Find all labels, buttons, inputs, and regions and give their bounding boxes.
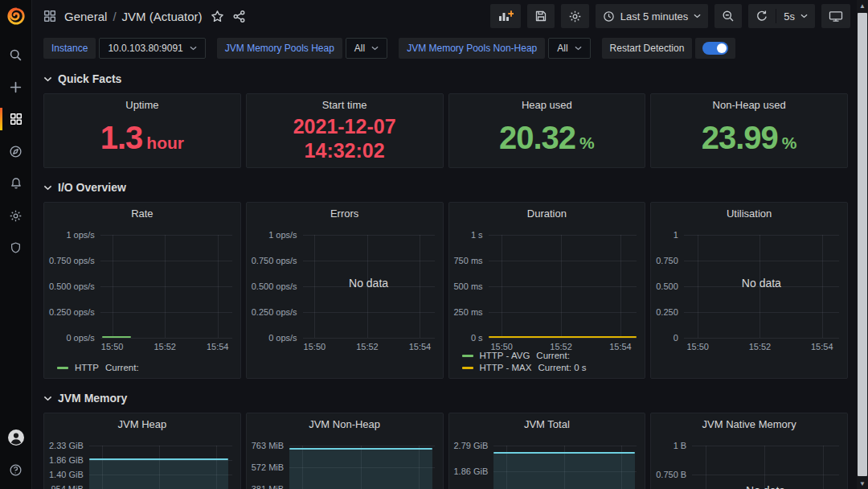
- share-icon[interactable]: [232, 10, 246, 23]
- y-tick-label: 0: [674, 333, 678, 343]
- scrollbar[interactable]: ▲ ▼: [857, 0, 868, 489]
- gridline: [764, 446, 765, 489]
- panel-jvm-non-heap: JVM Non-Heap763 MiB763 MiB572 MiB381 MiB: [246, 413, 444, 489]
- refresh-interval-dropdown[interactable]: 5s: [776, 4, 815, 28]
- y-tick-label: 1.86 GiB: [49, 455, 84, 465]
- sidebar-item-create[interactable]: [0, 71, 32, 103]
- panel-title[interactable]: Start time: [247, 94, 443, 115]
- sidebar-item-profile[interactable]: [0, 421, 32, 454]
- sidebar-item-configuration[interactable]: [0, 199, 32, 232]
- legend-item: HTTPCurrent:: [57, 363, 240, 372]
- sidebar-item-alerting[interactable]: [0, 167, 32, 199]
- gridline: [420, 235, 420, 338]
- gridline: [684, 235, 839, 236]
- variable-value-dropdown[interactable]: All: [548, 38, 590, 59]
- stat-value: 1.3hour: [100, 120, 184, 156]
- series-fill: [89, 460, 228, 489]
- x-axis: 15:5015:5215:54: [303, 342, 435, 353]
- refresh-control-group: 5s: [748, 4, 815, 28]
- sidebar-item-help[interactable]: [0, 454, 32, 486]
- dashboard-breadcrumb-icon[interactable]: [43, 10, 56, 23]
- refresh-button[interactable]: [748, 4, 776, 28]
- y-tick-label: 750 ms: [454, 256, 483, 265]
- y-tick-label: 0.750 ops/s: [49, 256, 95, 265]
- variable-value-dropdown[interactable]: 10.0.103.80:9091: [99, 38, 205, 59]
- plot-area: [289, 446, 434, 489]
- panel-title[interactable]: Heap used: [449, 94, 645, 115]
- legend-swatch: [57, 367, 68, 369]
- panel-title[interactable]: JVM Heap: [44, 413, 240, 434]
- sidebar-item-dashboards[interactable]: [0, 103, 32, 135]
- panel-title[interactable]: JVM Native Memory: [651, 413, 847, 434]
- gridline: [100, 312, 232, 313]
- panel-title[interactable]: Uptime: [44, 94, 240, 115]
- legend-swatch: [462, 367, 473, 369]
- no-data-text: No data: [742, 277, 781, 290]
- chevron-down-icon: [43, 76, 52, 82]
- x-tick-label: 15:50: [490, 342, 513, 351]
- gridline: [113, 235, 113, 338]
- gridline: [692, 475, 839, 475]
- breadcrumb-folder[interactable]: General: [64, 10, 107, 23]
- plot-wrap: 0.75010.7500.5000.250015:5015:5215:54No …: [656, 235, 839, 338]
- y-tick-label: 1 ops/s: [268, 230, 297, 240]
- chevron-down-icon: [43, 396, 52, 401]
- breadcrumb-dashboard[interactable]: JVM (Actuator): [122, 10, 203, 23]
- topbar: General / JVM (Actuator) Last 5 minutes: [32, 0, 857, 32]
- gear-icon: [568, 10, 582, 23]
- panel-errors: Errors0.750 ops/s1 ops/s0.750 ops/s0.500…: [246, 202, 444, 379]
- gridline: [303, 261, 435, 261]
- grafana-logo[interactable]: [0, 0, 32, 32]
- panel-title[interactable]: Duration: [449, 203, 645, 224]
- section-header-io-overview[interactable]: I/O Overview: [43, 179, 848, 195]
- gridline: [684, 338, 839, 339]
- legend-swatch: [462, 355, 473, 357]
- zoom-out-time-button[interactable]: [714, 4, 742, 28]
- add-panel-button[interactable]: [490, 4, 521, 28]
- panel-title[interactable]: Rate: [44, 203, 240, 224]
- sidebar-item-server-admin[interactable]: [0, 232, 32, 264]
- time-range-picker[interactable]: Last 5 minutes: [596, 4, 709, 28]
- section-header-quick-facts[interactable]: Quick Facts: [43, 71, 848, 87]
- cycle-view-mode-button[interactable]: [821, 4, 850, 28]
- gridline: [561, 235, 562, 338]
- legend-label[interactable]: HTTP: [75, 363, 99, 372]
- star-icon[interactable]: [211, 10, 224, 23]
- y-axis: 0.750 B1 B0.750 B: [656, 446, 686, 489]
- stat-value-area: 23.99%: [651, 115, 847, 167]
- series-line: [489, 336, 637, 338]
- panel-uptime: Uptime1.3hour: [43, 93, 241, 168]
- avatar-icon: [7, 429, 25, 446]
- panel-title[interactable]: Non-Heap used: [651, 94, 847, 115]
- plot-area: 15:5015:5215:54No data: [303, 235, 435, 338]
- y-tick-label: 0 s: [471, 333, 483, 343]
- panel-title[interactable]: JVM Non-Heap: [247, 413, 443, 434]
- y-tick-label: 0 ops/s: [66, 333, 94, 343]
- bell-icon: [10, 177, 23, 190]
- panel-title[interactable]: JVM Total: [449, 413, 645, 434]
- x-tick-label: 15:54: [811, 342, 833, 351]
- section-header-jvm-memory[interactable]: JVM Memory: [43, 390, 848, 406]
- zoom-out-icon: [722, 10, 735, 23]
- stat-value-line: 2021-12-07: [293, 115, 396, 139]
- y-axis: 2.79 GiB2.79 GiB1.86 GiB: [454, 446, 489, 489]
- y-tick-label: 954 MiB: [51, 484, 83, 489]
- toggle-knob: [717, 43, 727, 53]
- scroll-up-arrow[interactable]: ▲: [859, 0, 866, 11]
- variable-value-dropdown[interactable]: All: [346, 38, 387, 59]
- restart-detection-toggle[interactable]: [695, 38, 735, 59]
- panel-title[interactable]: Errors: [247, 203, 443, 224]
- panel-title[interactable]: Utilisation: [651, 203, 847, 224]
- save-dashboard-button[interactable]: [527, 4, 555, 28]
- sidebar-item-explore[interactable]: [0, 135, 32, 167]
- gridline: [303, 235, 435, 236]
- scroll-down-arrow[interactable]: ▼: [859, 478, 866, 489]
- scrollbar-thumb[interactable]: [858, 13, 867, 476]
- dashboard-settings-button[interactable]: [561, 4, 589, 28]
- sidebar-item-search[interactable]: [0, 39, 32, 71]
- legend-label[interactable]: HTTP - MAX: [480, 363, 532, 372]
- y-tick-label: 0.250: [656, 307, 678, 317]
- panel-start-time: Start time2021-12-0714:32:02: [246, 93, 444, 168]
- no-data-text: No data: [746, 484, 785, 489]
- y-tick-label: 0.750 ops/s: [252, 256, 297, 265]
